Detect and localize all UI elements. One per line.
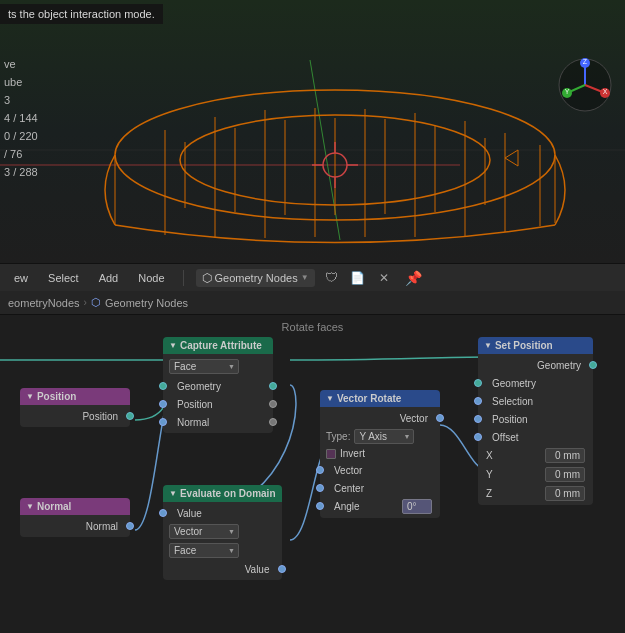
- copy-icon[interactable]: 📄: [349, 269, 367, 287]
- setpos-geometry-input-row: Geometry: [478, 374, 593, 392]
- setpos-selection-socket[interactable]: [474, 397, 482, 405]
- add-menu[interactable]: Add: [93, 270, 125, 286]
- vecrot-center-socket[interactable]: [316, 484, 324, 492]
- evaluate-output-socket[interactable]: [278, 565, 286, 573]
- normal-output-socket[interactable]: [126, 522, 134, 530]
- breadcrumb-root[interactable]: eometryNodes: [8, 297, 80, 309]
- capture-domain-row: Face: [163, 356, 273, 377]
- view-menu[interactable]: ew: [8, 270, 34, 286]
- capture-geometry-label: Geometry: [169, 381, 221, 392]
- vecrot-angle-value[interactable]: 0°: [402, 499, 432, 514]
- normal-collapse-icon: ▼: [26, 502, 34, 511]
- set-position-body: Geometry Geometry Selection Position: [478, 354, 593, 505]
- capture-position-label: Position: [169, 399, 213, 410]
- evaluate-vector-dropdown[interactable]: Vector: [169, 524, 239, 539]
- normal-node-header[interactable]: ▼ Normal: [20, 498, 130, 515]
- normal-node-title: Normal: [37, 501, 71, 512]
- normal-node-body: Normal: [20, 515, 130, 537]
- vecrot-type-row: Type: Y Axis: [320, 427, 440, 446]
- viewport-grid: [0, 0, 625, 263]
- capture-position-socket[interactable]: [159, 400, 167, 408]
- axis-indicator: Z X Y: [555, 55, 615, 115]
- setpos-selection-row: Selection: [478, 392, 593, 410]
- capture-attribute-node[interactable]: ▼ Capture Attribute Face Geometry Positi…: [163, 337, 273, 433]
- vecrot-angle-socket[interactable]: [316, 502, 324, 510]
- position-node[interactable]: ▼ Position Position: [20, 388, 130, 427]
- position-node-title: Position: [37, 391, 76, 402]
- capture-position-output-socket[interactable]: [269, 400, 277, 408]
- capture-attribute-header[interactable]: ▼ Capture Attribute: [163, 337, 273, 354]
- capture-normal-output-socket[interactable]: [269, 418, 277, 426]
- pin-icon[interactable]: 📌: [405, 270, 422, 286]
- vecrot-angle-label: Angle: [326, 501, 360, 512]
- stat-3: 3: [4, 91, 38, 109]
- vector-rotate-node[interactable]: ▼ Vector Rotate Vector Type: Y Axis Inve…: [320, 390, 440, 518]
- setpos-z-label: Z: [486, 488, 492, 499]
- position-node-header[interactable]: ▼ Position: [20, 388, 130, 405]
- setpos-x-value[interactable]: 0 mm: [545, 448, 585, 463]
- capture-geometry-input-socket[interactable]: [159, 382, 167, 390]
- setpos-y-value[interactable]: 0 mm: [545, 467, 585, 482]
- setpos-x-row: X 0 mm: [478, 446, 593, 465]
- setpos-x-label: X: [486, 450, 493, 461]
- setpos-geometry-output-socket[interactable]: [589, 361, 597, 369]
- select-menu[interactable]: Select: [42, 270, 85, 286]
- vecrot-vector-label: Vector: [400, 413, 428, 424]
- position-collapse-icon: ▼: [26, 392, 34, 401]
- stat-144: 4 / 144: [4, 109, 38, 127]
- interaction-tooltip: ts the object interaction mode.: [0, 4, 163, 24]
- set-position-collapse-icon: ▼: [484, 341, 492, 350]
- svg-marker-23: [505, 150, 518, 166]
- setpos-geometry-input-label: Geometry: [484, 378, 536, 389]
- set-position-title: Set Position: [495, 340, 553, 351]
- setpos-z-value[interactable]: 0 mm: [545, 486, 585, 501]
- evaluate-face-dropdown[interactable]: Face: [169, 543, 239, 558]
- set-position-node[interactable]: ▼ Set Position Geometry Geometry Selecti…: [478, 337, 593, 505]
- vector-rotate-header[interactable]: ▼ Vector Rotate: [320, 390, 440, 407]
- evaluate-face-row: Face: [163, 541, 282, 560]
- svg-text:Z: Z: [583, 58, 588, 65]
- vector-rotate-title: Vector Rotate: [337, 393, 401, 404]
- shield-icon[interactable]: 🛡: [323, 269, 341, 287]
- setpos-offset-label: Offset: [484, 432, 519, 443]
- editor-type-dropdown[interactable]: ⬡ Geometry Nodes ▼: [196, 269, 315, 287]
- capture-geometry-row: Geometry: [163, 377, 273, 395]
- evaluate-value-socket[interactable]: [159, 509, 167, 517]
- capture-domain-dropdown[interactable]: Face: [169, 359, 239, 374]
- evaluate-output-label: Value: [245, 564, 270, 575]
- breadcrumb: eometryNodes › ⬡ Geometry Nodes: [0, 291, 625, 315]
- vecrot-output-socket[interactable]: [436, 414, 444, 422]
- vector-rotate-collapse-icon: ▼: [326, 394, 334, 403]
- evaluate-domain-header[interactable]: ▼ Evaluate on Domain: [163, 485, 282, 502]
- close-icon[interactable]: ✕: [375, 269, 393, 287]
- setpos-position-socket[interactable]: [474, 415, 482, 423]
- node-menu[interactable]: Node: [132, 270, 170, 286]
- evaluate-domain-node[interactable]: ▼ Evaluate on Domain Value Vector Face: [163, 485, 282, 580]
- position-output-socket[interactable]: [126, 412, 134, 420]
- vecrot-vector-output-row: Vector: [320, 409, 440, 427]
- vecrot-type-dropdown[interactable]: Y Axis: [354, 429, 414, 444]
- capture-collapse-icon: ▼: [169, 341, 177, 350]
- vector-rotate-body: Vector Type: Y Axis Invert Vector: [320, 407, 440, 518]
- setpos-offset-row: Offset: [478, 428, 593, 446]
- vecrot-type-label: Type:: [326, 431, 350, 442]
- node-canvas[interactable]: Rotate faces ▼ Position: [0, 315, 625, 633]
- setpos-position-row: Position: [478, 410, 593, 428]
- stat-288: 3 / 288: [4, 163, 38, 181]
- position-node-body: Position: [20, 405, 130, 427]
- vecrot-invert-checkbox[interactable]: [326, 449, 336, 459]
- capture-normal-socket[interactable]: [159, 418, 167, 426]
- stat-76: / 76: [4, 145, 38, 163]
- setpos-selection-label: Selection: [484, 396, 533, 407]
- normal-node[interactable]: ▼ Normal Normal: [20, 498, 130, 537]
- set-position-header[interactable]: ▼ Set Position: [478, 337, 593, 354]
- evaluate-vector-row: Vector: [163, 522, 282, 541]
- setpos-geometry-input-socket[interactable]: [474, 379, 482, 387]
- setpos-z-row: Z 0 mm: [478, 484, 593, 503]
- vecrot-vector-input-socket[interactable]: [316, 466, 324, 474]
- evaluate-value-row: Value: [163, 504, 282, 522]
- capture-geometry-output-socket[interactable]: [269, 382, 277, 390]
- vecrot-vector-input-row: Vector: [320, 461, 440, 479]
- viewport[interactable]: ts the object interaction mode. ve ube 3…: [0, 0, 625, 263]
- setpos-offset-socket[interactable]: [474, 433, 482, 441]
